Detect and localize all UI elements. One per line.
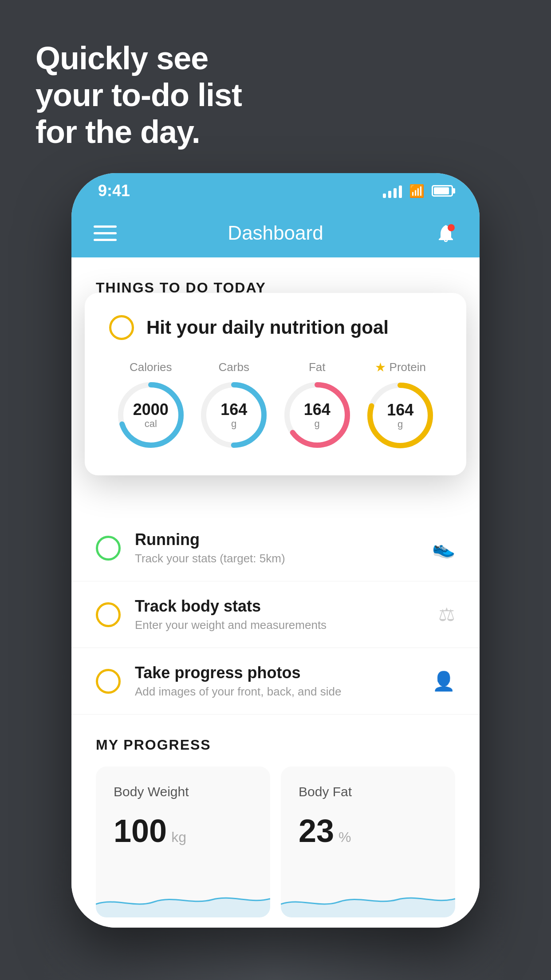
progress-value-row: 100 kg [114, 813, 252, 849]
todo-action-icon: 👟 [432, 537, 455, 559]
macro-label: Carbs [219, 360, 249, 374]
macro-item: Calories 2000 cal [115, 360, 186, 450]
wifi-icon: 📶 [409, 184, 425, 198]
hamburger-line [94, 225, 117, 228]
hamburger-menu[interactable] [94, 225, 117, 241]
todo-text: Take progress photos Add images of your … [135, 664, 432, 699]
mini-chart [281, 873, 455, 917]
macro-item: Carbs 164 g [198, 360, 269, 450]
todo-title: Track body stats [135, 597, 438, 616]
todo-item-body-stats[interactable]: Track body stats Enter your weight and m… [71, 581, 480, 648]
progress-header: MY PROGRESS [71, 723, 480, 767]
hamburger-line [94, 239, 117, 241]
todo-action-icon: 👤 [432, 670, 455, 692]
battery-icon [432, 185, 453, 197]
phone-shell: 9:41 📶 Dashboard [71, 173, 480, 928]
macro-item: Fat 164 g [282, 360, 353, 450]
macro-circle: 164 g [282, 379, 353, 450]
todo-text: Running Track your stats (target: 5km) [135, 530, 432, 565]
macro-label: ★Protein [375, 360, 426, 375]
progress-card[interactable]: Body Fat 23 % [281, 767, 455, 917]
macro-circle: 164 g [198, 379, 269, 450]
progress-value: 23 [299, 813, 334, 849]
todo-subtitle: Track your stats (target: 5km) [135, 552, 432, 565]
todo-subtitle: Enter your weight and measurements [135, 618, 438, 632]
todo-title: Take progress photos [135, 664, 432, 682]
macro-item: ★Protein 164 g [365, 360, 436, 451]
todo-item-photos[interactable]: Take progress photos Add images of your … [71, 648, 480, 715]
progress-card[interactable]: Body Weight 100 kg [96, 767, 270, 917]
progress-card-title: Body Fat [299, 784, 437, 799]
status-time: 9:41 [98, 182, 130, 200]
todo-list: Running Track your stats (target: 5km) 👟… [71, 515, 480, 715]
progress-value-row: 23 % [299, 813, 437, 849]
macro-circle: 164 g [365, 380, 436, 451]
todo-circle [96, 602, 121, 627]
progress-unit: kg [171, 829, 186, 846]
macro-label: Calories [130, 360, 172, 374]
progress-unit: % [338, 829, 351, 846]
macro-label: Fat [309, 360, 326, 374]
progress-cards: Body Weight 100 kg Body Fat 23 % [71, 767, 480, 917]
mini-chart [96, 873, 270, 917]
nav-title: Dashboard [228, 222, 323, 244]
phone-content: THINGS TO DO TODAY Hit your daily nutrit… [71, 257, 480, 928]
card-title: Hit your daily nutrition goal [146, 317, 389, 338]
todo-text: Track body stats Enter your weight and m… [135, 597, 438, 632]
todo-circle [96, 536, 121, 561]
todo-circle [96, 669, 121, 694]
progress-section: MY PROGRESS Body Weight 100 kg Body Fat … [71, 723, 480, 917]
status-icons: 📶 [383, 184, 453, 198]
progress-value: 100 [114, 813, 167, 849]
macros-row: Calories 2000 cal Carbs 164 g Fat 164 g … [109, 360, 442, 451]
hero-text: Quickly see your to-do list for the day. [35, 40, 242, 150]
todo-subtitle: Add images of your front, back, and side [135, 685, 432, 699]
nav-bar: Dashboard [71, 209, 480, 257]
todo-title: Running [135, 530, 432, 549]
floating-card: Hit your daily nutrition goal Calories 2… [85, 293, 466, 475]
svg-point-0 [448, 224, 455, 231]
star-icon: ★ [375, 360, 386, 375]
todo-action-icon: ⚖ [438, 604, 455, 625]
signal-icon [383, 184, 402, 198]
card-title-row: Hit your daily nutrition goal [109, 315, 442, 340]
hamburger-line [94, 232, 117, 234]
progress-card-title: Body Weight [114, 784, 252, 799]
status-bar: 9:41 📶 [71, 173, 480, 209]
bell-icon[interactable] [434, 221, 457, 245]
task-circle[interactable] [109, 315, 134, 340]
macro-circle: 2000 cal [115, 379, 186, 450]
todo-item-running[interactable]: Running Track your stats (target: 5km) 👟 [71, 515, 480, 581]
phone-container: 9:41 📶 Dashboard [71, 173, 480, 928]
